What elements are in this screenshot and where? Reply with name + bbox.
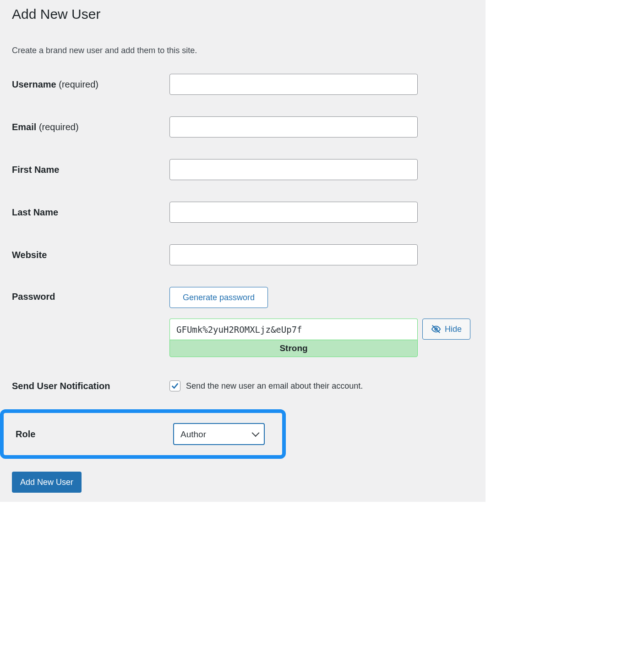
checkmark-icon	[171, 382, 179, 390]
last-name-label: Last Name	[12, 207, 169, 218]
first-name-row: First Name	[12, 159, 474, 180]
email-required: (required)	[39, 122, 79, 132]
role-row-highlight: Role Author	[0, 409, 286, 459]
notification-checkbox[interactable]	[169, 380, 180, 391]
password-row: Password Generate password Strong Hide	[12, 287, 474, 357]
password-box: Strong	[169, 319, 418, 357]
email-label-text: Email	[12, 122, 36, 132]
first-name-label: First Name	[12, 165, 169, 175]
last-name-row: Last Name	[12, 202, 474, 223]
role-select-wrap: Author	[173, 423, 265, 445]
role-select[interactable]: Author	[173, 423, 265, 445]
username-row: Username (required)	[12, 74, 474, 95]
username-input[interactable]	[169, 74, 418, 95]
hide-password-button[interactable]: Hide	[422, 319, 470, 340]
password-column: Generate password Strong Hide	[169, 287, 470, 357]
notification-checkbox-text: Send the new user an email about their a…	[186, 381, 363, 391]
email-label: Email (required)	[12, 122, 169, 132]
page-title: Add New User	[12, 0, 474, 28]
generate-password-button[interactable]: Generate password	[169, 287, 268, 308]
username-required: (required)	[59, 79, 98, 89]
email-input[interactable]	[169, 116, 418, 138]
add-new-user-button[interactable]: Add New User	[12, 472, 82, 493]
email-row: Email (required)	[12, 116, 474, 138]
username-label-text: Username	[12, 79, 56, 89]
website-row: Website	[12, 244, 474, 265]
role-label: Role	[16, 429, 173, 440]
add-user-page: Add New User Create a brand new user and…	[0, 0, 486, 502]
website-label: Website	[12, 250, 169, 260]
password-line: Strong Hide	[169, 319, 470, 357]
last-name-input[interactable]	[169, 202, 418, 223]
notification-checkbox-wrap: Send the new user an email about their a…	[169, 380, 363, 391]
website-input[interactable]	[169, 244, 418, 265]
hide-button-label: Hide	[445, 324, 462, 334]
notification-label: Send User Notification	[12, 381, 169, 391]
username-label: Username (required)	[12, 79, 169, 90]
page-description: Create a brand new user and add them to …	[12, 46, 474, 55]
password-input[interactable]	[169, 319, 418, 340]
eye-hide-icon	[431, 324, 441, 334]
notification-row: Send User Notification Send the new user…	[12, 375, 474, 396]
password-strength: Strong	[169, 340, 418, 357]
password-label: Password	[12, 287, 169, 302]
first-name-input[interactable]	[169, 159, 418, 180]
